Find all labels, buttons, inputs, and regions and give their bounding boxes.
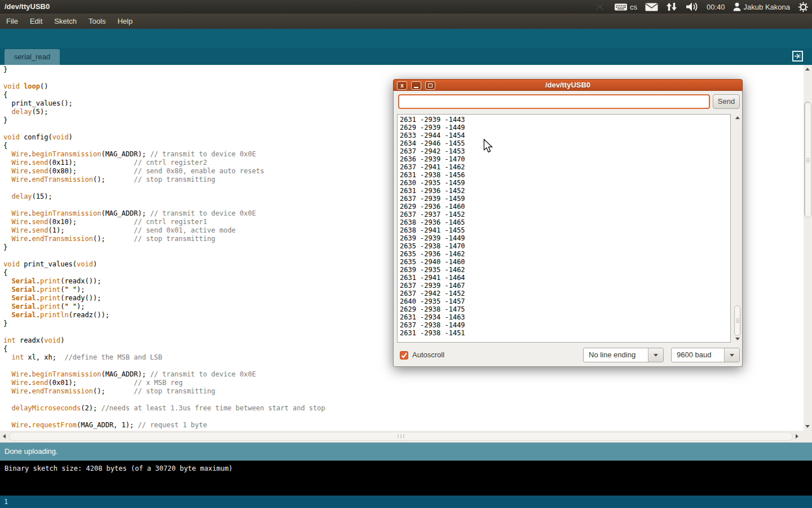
new-tab-arrow-icon[interactable] xyxy=(792,51,803,62)
serial-monitor-titlebar[interactable]: x /dev/ttyUSB0 xyxy=(393,79,743,91)
tab-bar: serial_read xyxy=(0,48,812,65)
session-gear-icon[interactable] xyxy=(798,2,809,12)
mouse-cursor xyxy=(483,139,493,155)
status-bar: Done uploading. xyxy=(0,443,812,461)
baud-rate-dropdown-arrow[interactable] xyxy=(724,348,739,362)
updown-arrows-icon[interactable] xyxy=(666,2,677,11)
menu-sketch[interactable]: Sketch xyxy=(54,17,77,25)
editor-horizontal-scrollbar[interactable] xyxy=(0,431,812,443)
build-console: Binary sketch size: 4208 bytes (of a 307… xyxy=(0,461,812,496)
serial-monitor-window: x /dev/ttyUSB0 Send 2631 -2939 -1443 262… xyxy=(393,79,743,367)
autoscroll-label: Autoscroll xyxy=(412,351,444,359)
menu-file[interactable]: File xyxy=(6,17,19,25)
serial-output-scrollbar-thumb[interactable] xyxy=(734,305,740,336)
code-text: } void loop() { print_values(); delay(5)… xyxy=(3,65,325,430)
console-text: Binary sketch size: 4208 bytes (of a 307… xyxy=(5,465,233,472)
username: Jakub Kakona xyxy=(744,3,790,11)
user-menu[interactable]: Jakub Kakona xyxy=(733,2,790,11)
status-message: Done uploading. xyxy=(5,447,58,456)
menu-help[interactable]: Help xyxy=(117,17,133,25)
line-ending-value: No line ending xyxy=(589,348,636,362)
baud-rate-value: 9600 baud xyxy=(677,348,711,362)
serial-output-area[interactable]: 2631 -2939 -1443 2629 -2939 -1449 2633 -… xyxy=(397,114,731,343)
line-number-strip: 1 xyxy=(0,496,812,508)
panel-window-title: /dev/ttyUSB0 xyxy=(5,0,50,14)
top-panel: /dev/ttyUSB0 cs 00:40 Jakub Kakona xyxy=(0,0,812,14)
menu-edit[interactable]: Edit xyxy=(29,17,43,25)
keyboard-layout-indicator[interactable]: cs xyxy=(614,2,637,11)
keyboard-layout-code: cs xyxy=(630,3,637,11)
serial-send-input[interactable] xyxy=(398,94,710,109)
toolbar xyxy=(0,29,812,48)
tab-serial-read[interactable]: serial_read xyxy=(5,49,60,65)
mail-icon[interactable] xyxy=(645,3,658,11)
baud-rate-dropdown[interactable]: 9600 baud xyxy=(671,348,740,362)
clock[interactable]: 00:40 xyxy=(707,3,725,11)
volume-icon[interactable] xyxy=(685,2,699,12)
send-button[interactable]: Send xyxy=(713,94,740,109)
serial-output-scrollbar[interactable] xyxy=(734,115,742,343)
emblem-x-icon[interactable] xyxy=(594,2,606,12)
line-ending-dropdown[interactable]: No line ending xyxy=(583,348,664,362)
editor-horizontal-scrollbar-thumb[interactable] xyxy=(9,432,793,441)
serial-monitor-title: /dev/ttyUSB0 xyxy=(394,80,742,91)
autoscroll-checkbox[interactable] xyxy=(400,351,408,360)
menu-bar: FileEditSketchToolsHelp xyxy=(0,14,812,29)
line-ending-dropdown-arrow[interactable] xyxy=(648,348,663,362)
current-line-number: 1 xyxy=(4,498,8,506)
menu-tools[interactable]: Tools xyxy=(88,17,106,25)
editor-vertical-scrollbar-thumb[interactable] xyxy=(804,102,811,217)
serial-output-text: 2631 -2939 -1443 2629 -2939 -1449 2633 -… xyxy=(398,115,730,337)
system-tray: cs 00:40 Jakub Kakona xyxy=(594,0,809,14)
